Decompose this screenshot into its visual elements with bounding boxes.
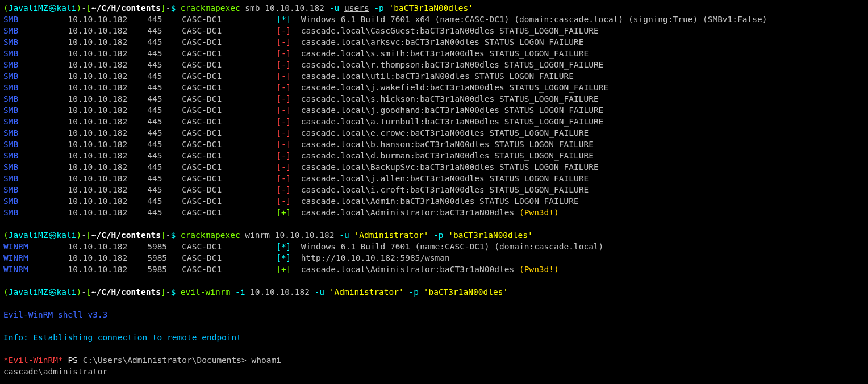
terminal-output[interactable]: (JavaliMZ㉿kali)-[~/C/H/contents]-$ crack… (0, 0, 868, 379)
